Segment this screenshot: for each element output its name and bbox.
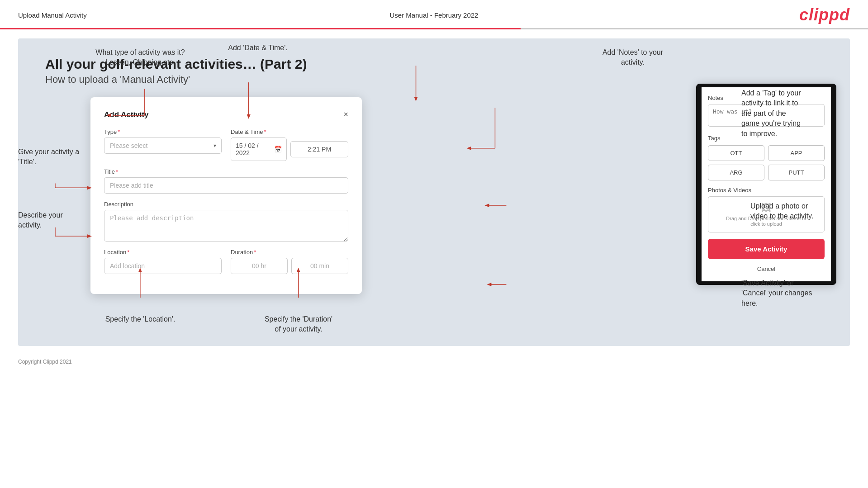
tag-ott[interactable]: OTT [708, 145, 764, 161]
location-input[interactable] [104, 258, 222, 274]
annotation-what-type: What type of activity was it? Lesson, Ch… [90, 47, 190, 68]
type-select-wrapper[interactable]: Please select ▾ [104, 137, 222, 154]
top-bar: Upload Manual Activity User Manual - Feb… [0, 0, 868, 28]
annotation-describe: Describe your activity. [18, 210, 81, 231]
time-input[interactable]: 2:21 PM [290, 141, 348, 157]
cancel-link[interactable]: Cancel [708, 265, 825, 272]
logo: clippd [799, 5, 850, 24]
location-duration-row: Location* Duration* [104, 249, 348, 274]
type-date-row: Type* Please select ▾ Date & Time* 15 / … [104, 128, 348, 161]
svg-marker-16 [414, 97, 418, 101]
manual-title: User Manual - February 2022 [390, 11, 479, 19]
annotation-save-cancel: 'Save Activity' or 'Cancel' your changes… [741, 278, 841, 308]
tag-arg[interactable]: ARG [708, 165, 764, 180]
modal-close-button[interactable]: × [343, 110, 348, 119]
datetime-group: Date & Time* 15 / 02 / 2022 📅 2:21 PM [231, 128, 348, 161]
title-input[interactable] [104, 177, 348, 194]
tag-app[interactable]: APP [768, 145, 825, 161]
title-label: Title* [104, 168, 348, 175]
svg-marker-23 [487, 283, 491, 286]
copyright: Copyright Clippd 2021 [18, 359, 72, 365]
location-label: Location* [104, 249, 222, 256]
annotation-add-tag: Add a 'Tag' to your activity to link it … [741, 88, 841, 139]
duration-hr-input[interactable] [231, 258, 288, 274]
annotation-add-notes: Add 'Notes' to your activity. [583, 47, 683, 68]
description-group: Description [104, 201, 348, 242]
duration-label: Duration* [231, 249, 348, 256]
annotation-give-title: Give your activity a 'Title'. [18, 147, 81, 167]
location-group: Location* [104, 249, 222, 274]
title-group: Title* [104, 168, 348, 194]
modal-header: Add Activity × [104, 110, 348, 119]
modal-title: Add Activity [104, 110, 149, 119]
annotation-upload-photo: Upload a photo or video to the activity. [750, 201, 841, 222]
svg-marker-21 [484, 204, 489, 207]
tags-grid: OTT APP ARG PUTT [708, 145, 825, 180]
date-time-row: 15 / 02 / 2022 📅 2:21 PM [231, 137, 348, 161]
svg-marker-19 [466, 147, 471, 150]
calendar-icon: 📅 [274, 146, 282, 153]
duration-group: Duration* [231, 249, 348, 274]
duration-row [231, 258, 348, 274]
type-label: Type* [104, 128, 222, 135]
photos-label: Photos & Videos [708, 187, 825, 194]
duration-min-input[interactable] [291, 258, 348, 274]
add-activity-modal: Add Activity × Type* Please select ▾ Dat… [90, 97, 362, 294]
datetime-label: Date & Time* [231, 128, 348, 135]
description-input[interactable] [104, 210, 348, 242]
type-group: Type* Please select ▾ [104, 128, 222, 161]
header-divider [0, 28, 868, 29]
description-label: Description [104, 201, 348, 208]
annotation-duration: Specify the 'Duration' of your activity. [249, 314, 348, 335]
main-content: All your golf-relevant activities… (Part… [18, 38, 850, 346]
page-title: Upload Manual Activity [18, 11, 87, 19]
save-activity-button[interactable]: Save Activity [708, 239, 825, 259]
type-select[interactable]: Please select [104, 137, 222, 154]
annotation-location: Specify the 'Location'. [95, 314, 185, 324]
annotation-add-date: Add 'Date & Time'. [217, 43, 299, 53]
footer: Copyright Clippd 2021 [0, 355, 868, 369]
tag-putt[interactable]: PUTT [768, 165, 825, 180]
date-input[interactable]: 15 / 02 / 2022 📅 [231, 137, 287, 161]
